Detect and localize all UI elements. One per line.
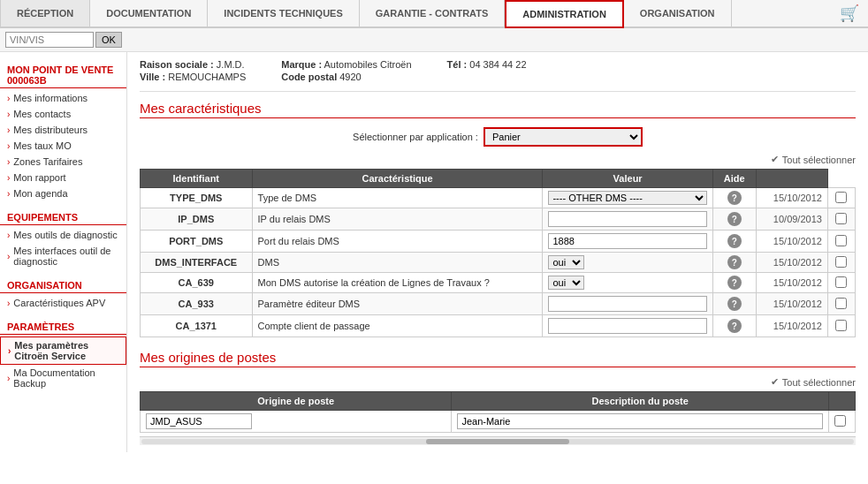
row-id: CA_933 [141, 293, 253, 315]
sidebar-item-contacts[interactable]: ›Mes contacts [0, 106, 126, 122]
origin-value[interactable] [141, 411, 452, 433]
table-row: PORT_DMSPort du relais DMS?15/10/2012 [141, 231, 856, 253]
horizontal-scrollbar[interactable] [140, 436, 856, 445]
sidebar-item-zones-tarifaires[interactable]: ›Zones Tarifaires [0, 154, 126, 170]
row-value-input[interactable] [548, 296, 706, 312]
row-checkbox-input[interactable] [835, 213, 847, 224]
origin-checkbox[interactable] [829, 411, 856, 433]
row-checkbox[interactable] [827, 315, 855, 337]
help-icon[interactable]: ? [727, 255, 742, 269]
info-col-middle: Marque : Automobiles Citroën Code postal… [281, 59, 411, 84]
row-value[interactable] [543, 208, 712, 231]
nav-incidents[interactable]: INCIDENTS TECHNIQUES [208, 0, 359, 26]
row-value-input[interactable] [548, 318, 706, 334]
row-value-select[interactable]: ---- OTHER DMS ----OPTION1OPTION2 [548, 191, 706, 205]
row-date: 15/10/2012 [756, 253, 827, 273]
sidebar-item-taux-mo[interactable]: ›Mes taux MO [0, 138, 126, 154]
scroll-track [141, 439, 854, 444]
row-label: Mon DMS autorise la création de Lignes d… [252, 273, 543, 293]
nav-administration[interactable]: ADMINISTRATION [505, 0, 624, 28]
nav-reception[interactable]: RÉCEPTION [0, 0, 90, 26]
origin-checkbox-input[interactable] [834, 415, 846, 427]
arrow-icon: › [7, 189, 10, 199]
col-description: Description du poste [452, 392, 829, 411]
tel-label: Tél : [447, 59, 468, 70]
row-value[interactable]: ouinon [543, 273, 712, 293]
arrow-icon: › [8, 346, 11, 356]
row-label: Paramètre éditeur DMS [252, 293, 543, 315]
row-checkbox-input[interactable] [835, 256, 847, 268]
row-help: ? [712, 231, 756, 253]
sidebar-item-caracteristiques-apv[interactable]: ›Caractéristiques APV [0, 295, 126, 311]
sidebar-item-agenda[interactable]: ›Mon agenda [0, 185, 126, 201]
origins-select-all-label[interactable]: Tout sélectionner [782, 377, 856, 388]
app-selector-select[interactable]: Panier DMS Autre [483, 127, 643, 147]
table-row: CA_1371Compte client de passage?15/10/20… [141, 315, 856, 337]
row-checkbox[interactable] [827, 253, 855, 273]
characteristics-heading: Mes caractéristiques [140, 101, 856, 118]
arrow-icon: › [7, 125, 10, 135]
row-value-select-inline[interactable]: ouinon [548, 255, 584, 269]
scroll-thumb[interactable] [426, 439, 568, 444]
sidebar-section-vente: MON POINT DE VENTE 000063B [0, 59, 126, 88]
search-input[interactable] [5, 32, 94, 48]
sidebar-item-rapport[interactable]: ›Mon rapport [0, 170, 126, 185]
origins-table: Origine de poste Description du poste [140, 391, 856, 433]
help-icon[interactable]: ? [727, 191, 742, 205]
nav-organisation[interactable]: ORGANISATION [624, 0, 732, 26]
sidebar-item-outils-diagnostic[interactable]: ›Mes outils de diagnostic [0, 227, 126, 243]
top-navigation: RÉCEPTION DOCUMENTATION INCIDENTS TECHNI… [0, 0, 868, 28]
row-id: CA_639 [141, 273, 253, 293]
row-value-select-inline[interactable]: ouinon [548, 276, 584, 290]
help-icon[interactable]: ? [727, 276, 742, 290]
row-value-input[interactable] [548, 233, 706, 249]
sidebar-item-informations[interactable]: ›Mes informations [0, 90, 126, 106]
row-help: ? [712, 188, 756, 208]
row-checkbox-input[interactable] [835, 235, 847, 246]
row-checkbox[interactable] [827, 188, 855, 208]
row-checkbox[interactable] [827, 231, 855, 253]
sidebar-item-distributeurs[interactable]: ›Mes distributeurs [0, 122, 126, 138]
row-checkbox[interactable] [827, 293, 855, 315]
cart-icon[interactable]: 🛒 [840, 4, 859, 23]
ville-row: Ville : REMOUCHAMPS [140, 72, 246, 82]
arrow-icon: › [7, 110, 10, 119]
arrow-icon: › [7, 94, 10, 103]
row-date: 10/09/2013 [756, 208, 827, 231]
row-value[interactable] [543, 315, 712, 337]
help-icon[interactable]: ? [727, 319, 742, 333]
row-checkbox-input[interactable] [835, 192, 847, 203]
search-button[interactable]: OK [95, 32, 122, 48]
row-checkbox[interactable] [827, 208, 855, 231]
origin-input[interactable] [146, 413, 252, 429]
row-help: ? [712, 253, 756, 273]
origin-description-input[interactable] [457, 413, 823, 429]
origins-header-row: Origine de poste Description du poste [141, 392, 856, 411]
row-checkbox-input[interactable] [835, 320, 847, 331]
row-checkbox-input[interactable] [835, 298, 847, 309]
help-icon[interactable]: ? [727, 297, 742, 311]
code-postal-row: Code postal 4920 [281, 72, 411, 82]
row-value[interactable]: ouinon [543, 253, 712, 273]
sidebar-item-documentation-backup[interactable]: ›Ma Documentation Backup [0, 365, 126, 391]
nav-documentation[interactable]: DOCUMENTATION [90, 0, 208, 26]
row-checkbox[interactable] [827, 273, 855, 293]
origin-description[interactable] [452, 411, 829, 433]
marque-row: Marque : Automobiles Citroën [281, 59, 411, 70]
row-label: DMS [252, 253, 543, 273]
sidebar-item-interfaces-diagnostic[interactable]: ›Mes interfaces outil de diagnostic [0, 243, 126, 269]
row-value-input[interactable] [548, 211, 706, 227]
row-value[interactable] [543, 293, 712, 315]
origins-section: Mes origines de postes ✔ Tout sélectionn… [140, 350, 856, 433]
code-postal-value: 4920 [339, 72, 361, 82]
sidebar-item-mes-parametres[interactable]: ›Mes paramètres Citroën Service [0, 337, 126, 365]
col-identifiant: Identifiant [141, 170, 253, 188]
characteristics-select-all-label[interactable]: Tout sélectionner [782, 155, 856, 165]
help-icon[interactable]: ? [727, 234, 742, 248]
nav-garantie[interactable]: GARANTIE - CONTRATS [360, 0, 506, 26]
row-value[interactable] [543, 231, 712, 253]
row-checkbox-input[interactable] [835, 276, 847, 288]
row-value[interactable]: ---- OTHER DMS ----OPTION1OPTION2 [543, 188, 712, 208]
row-date: 15/10/2012 [756, 231, 827, 253]
help-icon[interactable]: ? [727, 212, 742, 226]
